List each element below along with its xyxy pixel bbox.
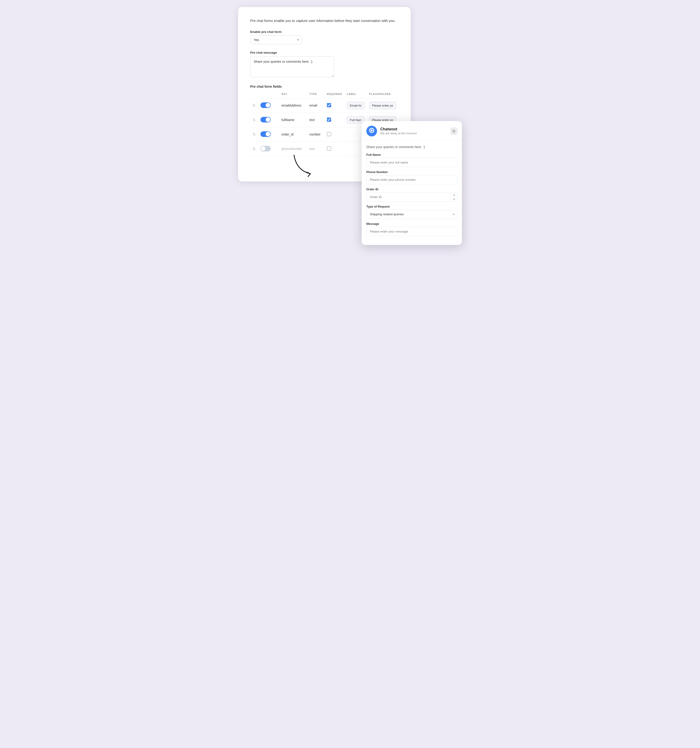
required-checkbox-1[interactable] [327,103,331,107]
chat-external-button[interactable]: ⧉ [451,128,457,135]
toggle-fullname[interactable] [260,117,271,122]
key-label-4: phoneNumber [281,147,302,151]
type-label-2: text [310,118,315,122]
required-checkbox-2[interactable] [327,117,331,122]
toggle-thumb-3 [266,132,270,137]
toggle-orderid[interactable] [260,131,271,137]
page-wrapper: Pre chat forms enable you to capture use… [238,7,462,217]
toggle-cell-1 [258,98,279,113]
spinner-up-button[interactable]: ▲ [451,192,457,197]
chat-field-group-message: Message [366,222,457,236]
chat-orderid-input[interactable] [366,192,457,202]
chat-fullname-input[interactable] [366,158,457,167]
enable-select[interactable]: Yes No [250,35,302,44]
type-label-4: text [310,147,315,151]
key-cell-3: order_id [279,127,307,141]
toggle-thumb [266,103,270,108]
col-header-drag [250,93,258,99]
col-header-label: LABEL [345,93,367,99]
placeholder-input-1[interactable] [369,102,396,109]
chat-field-group-request-type: Type of Request Shipping related queries… [366,205,457,219]
chat-welcome-message: Share your queries or comments here. :) [366,145,457,149]
required-cell-1 [325,98,345,113]
toggle-thumb-4 [261,146,266,151]
drag-handle-icon-3[interactable]: ⇅ [252,132,255,137]
toggle-cell-4 [258,141,279,156]
toggle-phonenumber[interactable] [260,146,271,151]
chat-avatar [366,126,377,137]
chat-widget: Chatwoot We are away at the moment ⧉ Sha… [361,121,462,245]
enable-label: Enable pre chat form [250,30,398,33]
enable-section: Enable pre chat form Yes No ▾ [250,30,398,44]
chat-brand-name: Chatwoot [380,127,451,131]
label-cell-1 [345,98,367,113]
key-cell-1: emailAddress [279,98,307,113]
message-textarea[interactable]: Share your queries or comments here. :) [250,56,334,77]
chat-header-info: Chatwoot We are away at the moment [380,127,451,135]
drag-handle-cell: ⇅ [250,98,258,113]
drag-handle-icon[interactable]: ⇅ [252,103,255,108]
drag-handle-icon-2[interactable]: ⇅ [252,118,255,122]
key-label-1: emailAddress [281,103,301,107]
chat-field-label-request-type: Type of Request [366,205,457,208]
svg-point-2 [371,129,373,131]
chat-request-type-select[interactable]: Shipping related queries General enquiry… [366,210,457,219]
required-cell-2 [325,113,345,127]
type-cell-1: email [307,98,325,113]
toggle-cell-2 [258,113,279,127]
placeholder-cell-1 [367,98,398,113]
drag-handle-icon-4[interactable]: ⇅ [252,147,255,151]
chat-field-label-fullname: Full Name [366,153,457,157]
number-spinner: ▲ ▼ [451,192,457,202]
chat-select-wrapper: Shipping related queries General enquiry… [366,210,457,219]
arrow-decoration [289,152,317,179]
toggle-track-3 [260,131,271,137]
required-cell-4 [325,141,345,156]
col-header-key [258,93,279,99]
type-label-3: number [310,132,320,136]
fields-section-label: Pre chat form fields [250,85,398,88]
type-label-1: email [310,103,317,107]
spinner-down-button[interactable]: ▼ [451,197,457,202]
toggle-thumb-2 [266,117,270,122]
type-cell-3: number [307,127,325,141]
intro-text: Pre chat forms enable you to capture use… [250,18,398,24]
toggle-emailaddress[interactable] [260,102,271,108]
label-input-2[interactable] [347,116,364,124]
toggle-track-2 [260,117,271,122]
message-label: Pre chat message [250,51,398,54]
toggle-track-4 [260,146,271,151]
chat-field-group-fullname: Full Name [366,153,457,167]
chat-orderid-wrapper: ▲ ▼ [366,192,457,202]
chat-status: We are away at the moment [380,132,451,135]
col-header-type: TYPE [307,93,325,99]
message-section: Pre chat message Share your queries or c… [250,51,398,78]
toggle-cell-3 [258,127,279,141]
key-label-2: fullName [281,118,294,122]
chat-field-group-orderid: Order ID ▲ ▼ [366,187,457,202]
toggle-track [260,102,271,108]
drag-handle-cell-2: ⇅ [250,113,258,127]
label-input-1[interactable] [347,102,364,109]
chat-phone-input[interactable] [366,175,457,184]
required-checkbox-3[interactable] [327,132,331,136]
key-label-3: order_id [281,132,293,136]
table-row: ⇅ emailAddress [250,98,398,113]
chat-header: Chatwoot We are away at the moment ⧉ [361,121,462,140]
drag-handle-cell-3: ⇅ [250,127,258,141]
chat-body: Share your queries or comments here. :) … [361,140,462,245]
col-header-placeholder: PLACEHOLDER [367,93,398,99]
chat-field-label-message: Message [366,222,457,225]
chat-field-label-orderid: Order ID [366,187,457,191]
chat-message-input[interactable] [366,227,457,236]
chatwoot-logo-icon [369,127,375,135]
chat-field-label-phone: Phone Number [366,170,457,174]
chat-field-group-phone: Phone Number [366,170,457,184]
col-header-key2: KEY [279,93,307,99]
enable-select-wrapper: Yes No ▾ [250,35,302,44]
type-cell-2: text [307,113,325,127]
drag-handle-cell-4: ⇅ [250,141,258,156]
required-checkbox-4[interactable] [327,146,331,151]
key-cell-2: fullName [279,113,307,127]
col-header-required: REQUIRED [325,93,345,99]
